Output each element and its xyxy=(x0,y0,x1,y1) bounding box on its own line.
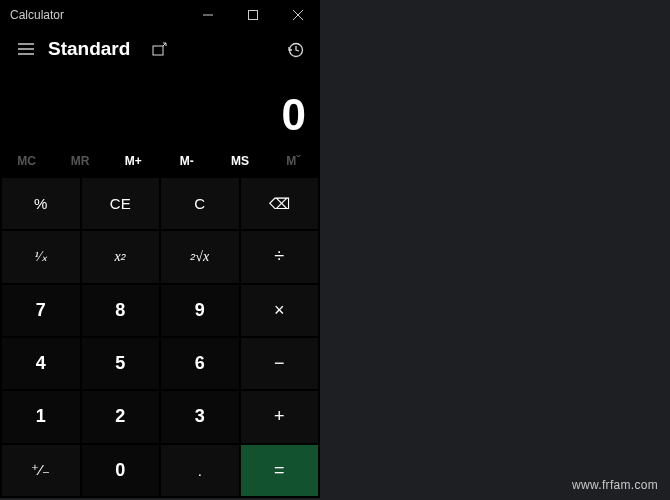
maximize-button[interactable] xyxy=(230,0,275,30)
percent-button[interactable]: % xyxy=(2,178,80,229)
digit-5-button[interactable]: 5 xyxy=(82,338,160,389)
memory-store-button[interactable]: MS xyxy=(213,146,266,176)
digit-9-button[interactable]: 9 xyxy=(161,285,239,336)
negate-button[interactable]: ⁺⁄₋ xyxy=(2,445,80,496)
minus-button[interactable]: − xyxy=(241,338,319,389)
memory-plus-button[interactable]: M+ xyxy=(107,146,160,176)
clear-entry-button[interactable]: CE xyxy=(82,178,160,229)
memory-list-button: Mˇ xyxy=(267,146,320,176)
close-button[interactable] xyxy=(275,0,320,30)
digit-1-button[interactable]: 1 xyxy=(2,391,80,442)
digit-2-button[interactable]: 2 xyxy=(82,391,160,442)
memory-recall-button: MR xyxy=(53,146,106,176)
svg-rect-7 xyxy=(153,46,163,55)
digit-0-button[interactable]: 0 xyxy=(82,445,160,496)
clear-button[interactable]: C xyxy=(161,178,239,229)
history-icon[interactable] xyxy=(278,32,312,66)
keypad: % CE C ⌫ ¹⁄ₓ x2 2√x ÷ 7 8 9 × 4 5 6 − 1 … xyxy=(0,176,320,498)
watermark: www.frfam.com xyxy=(572,478,658,492)
svg-rect-1 xyxy=(248,11,257,20)
decimal-button[interactable]: . xyxy=(161,445,239,496)
memory-minus-button[interactable]: M- xyxy=(160,146,213,176)
digit-8-button[interactable]: 8 xyxy=(82,285,160,336)
memory-row: MC MR M+ M- MS Mˇ xyxy=(0,146,320,176)
digit-3-button[interactable]: 3 xyxy=(161,391,239,442)
memory-clear-button: MC xyxy=(0,146,53,176)
square-button[interactable]: x2 xyxy=(82,231,160,282)
digit-7-button[interactable]: 7 xyxy=(2,285,80,336)
calculator-window: Calculator Standard 0 MC MR M+ M- MS Mˇ xyxy=(0,0,320,498)
minimize-button[interactable] xyxy=(185,0,230,30)
keep-on-top-icon[interactable] xyxy=(142,32,176,66)
hamburger-icon[interactable] xyxy=(8,31,44,67)
titlebar[interactable]: Calculator xyxy=(0,0,320,30)
digit-6-button[interactable]: 6 xyxy=(161,338,239,389)
divide-button[interactable]: ÷ xyxy=(241,231,319,282)
plus-button[interactable]: + xyxy=(241,391,319,442)
mode-label: Standard xyxy=(48,38,130,60)
backspace-button[interactable]: ⌫ xyxy=(241,178,319,229)
window-title: Calculator xyxy=(0,8,185,22)
equals-button[interactable]: = xyxy=(241,445,319,496)
digit-4-button[interactable]: 4 xyxy=(2,338,80,389)
sqrt-button[interactable]: 2√x xyxy=(161,231,239,282)
display: 0 xyxy=(0,68,320,146)
header: Standard xyxy=(0,30,320,68)
multiply-button[interactable]: × xyxy=(241,285,319,336)
reciprocal-button[interactable]: ¹⁄ₓ xyxy=(2,231,80,282)
